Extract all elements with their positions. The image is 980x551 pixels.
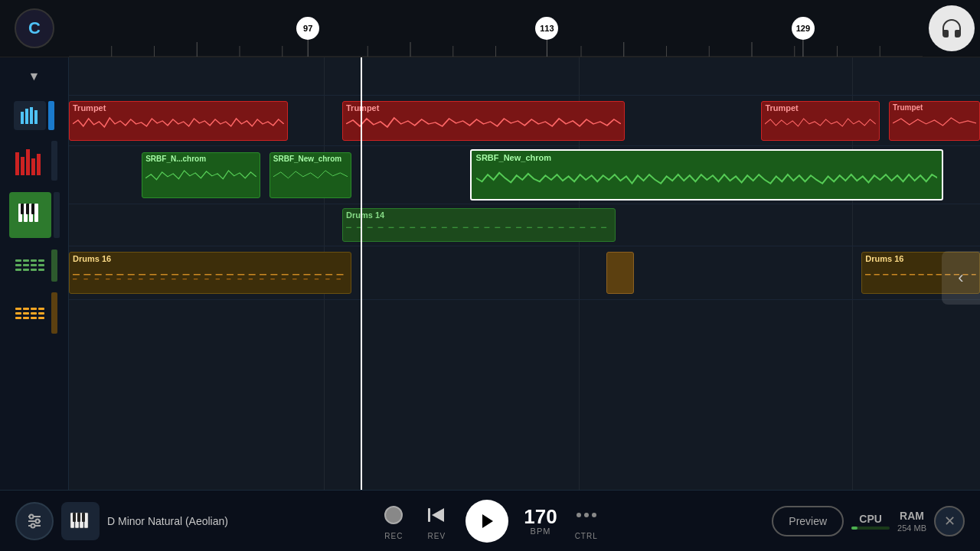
svg-rect-54 xyxy=(82,513,85,522)
drums14-waveform xyxy=(346,220,612,235)
trumpet-clip-3[interactable]: Trumpet xyxy=(761,101,880,141)
trumpet-clip-1[interactable]: Trumpet xyxy=(69,101,288,141)
headphone-area xyxy=(923,0,980,57)
drums16-clip-1-label: Drums 16 xyxy=(73,254,348,263)
main-content: ▼ xyxy=(0,57,980,490)
close-icon: ✕ xyxy=(944,513,956,530)
synth-track-lane[interactable]: SRBF_N...chrom SRBF_New_chrom SRBF_New_c… xyxy=(69,146,980,204)
trumpet-clip-3-label: Trumpet xyxy=(765,103,876,112)
drums14-clip[interactable]: Drums 14 xyxy=(342,208,616,241)
skip-back-icon xyxy=(426,504,447,526)
piano-keys-icon xyxy=(70,512,91,530)
trumpet-clip-4-label: Trumpet xyxy=(893,103,976,112)
piano-button[interactable] xyxy=(61,502,100,540)
play-icon xyxy=(478,512,496,530)
svg-rect-55 xyxy=(428,508,430,522)
synth-track-control[interactable] xyxy=(0,186,68,244)
synth-clip-1[interactable]: SRBF_N...chrom xyxy=(142,152,260,198)
svg-marker-57 xyxy=(482,514,493,528)
synth-side-bar xyxy=(54,192,60,238)
transport-center: REC REV 170 BPM xyxy=(335,500,646,543)
drums14-clip-label: Drums 14 xyxy=(346,210,612,220)
dropdown-arrow-icon: ▼ xyxy=(28,70,41,83)
mixer-accent-bar xyxy=(48,101,54,130)
drums16-clip-2[interactable] xyxy=(606,252,634,294)
rev-label: REV xyxy=(428,532,446,540)
transport-bar: D Minor Natural (Aeolian) REC REV xyxy=(0,490,980,551)
drums14-track-lane[interactable]: Drums 14 xyxy=(69,204,980,246)
trumpet-clip-2[interactable]: Trumpet xyxy=(342,101,625,141)
transport-right: Preview CPU RAM 254 MB ✕ xyxy=(653,506,965,536)
trumpet-waveform-4 xyxy=(893,112,976,135)
svg-rect-24 xyxy=(34,110,38,124)
trumpet-track-control[interactable] xyxy=(0,135,68,186)
svg-rect-23 xyxy=(30,107,33,124)
key-label: D Minor Natural (Aeolian) xyxy=(107,515,228,527)
svg-rect-29 xyxy=(37,154,41,175)
drums16-row-1 xyxy=(15,308,44,310)
synth-clip-1-label: SRBF_N...chrom xyxy=(145,155,256,163)
trumpet-waveform-1 xyxy=(73,112,284,135)
drums14-track-control[interactable] xyxy=(0,244,68,286)
ctrl-icon xyxy=(573,501,600,529)
timeline-ruler[interactable]: // This won't run inside SVG, use inline… xyxy=(69,0,923,57)
ram-value: 254 MB xyxy=(897,523,926,533)
svg-rect-22 xyxy=(25,109,28,124)
drums16-clip-1[interactable]: Drums 16 xyxy=(69,252,351,294)
marker-129[interactable]: 129 xyxy=(792,17,815,40)
track-dropdown[interactable]: ▼ xyxy=(0,57,68,96)
rev-button[interactable]: REV xyxy=(423,501,450,540)
svg-marker-56 xyxy=(432,508,444,522)
scroll-right-button[interactable]: ‹ xyxy=(942,251,980,305)
headphone-button[interactable] xyxy=(929,5,975,51)
drum-row-1 xyxy=(15,259,44,262)
synth-waveform-1 xyxy=(145,163,256,186)
close-button[interactable]: ✕ xyxy=(934,506,965,536)
drums14-side-bar xyxy=(51,249,57,282)
drums14-icon xyxy=(11,249,49,282)
logo-area: C xyxy=(0,0,69,57)
top-bar: C // This won't run inside SVG, use inli… xyxy=(0,0,980,57)
preview-button[interactable]: Preview xyxy=(772,506,844,536)
ctrl-button[interactable]: CTRL xyxy=(573,501,600,540)
drums16-waveform-1 xyxy=(73,263,348,286)
mixer-track-control[interactable] xyxy=(0,96,68,135)
synth-clip-2-label: SRBF_New_chrom xyxy=(273,155,348,163)
synth-waveform-2 xyxy=(273,163,348,186)
trumpet-clip-4[interactable]: Trumpet xyxy=(889,101,980,141)
mixer-settings-button[interactable] xyxy=(15,502,54,540)
svg-rect-26 xyxy=(21,157,24,175)
svg-rect-36 xyxy=(31,204,34,214)
piano-icon xyxy=(17,202,43,228)
drums16-icon xyxy=(11,292,49,334)
marker-97[interactable]: 97 xyxy=(296,17,319,40)
drum-row-3 xyxy=(15,269,44,271)
bpm-label: BPM xyxy=(531,527,551,536)
synth-waveform-3 xyxy=(476,162,938,189)
synth-icon xyxy=(9,192,51,238)
three-dots-icon xyxy=(577,513,596,517)
logo-button[interactable]: C xyxy=(15,8,54,48)
rec-button[interactable]: REC xyxy=(380,501,407,540)
rev-icon xyxy=(423,501,450,529)
synth-clip-3-selected[interactable]: SRBF_New_chrom xyxy=(470,149,944,201)
bpm-display[interactable]: 170 BPM xyxy=(524,507,557,536)
drums16-track-lane[interactable]: Drums 16 Drums 16 xyxy=(69,246,980,300)
sliders-icon xyxy=(25,512,44,530)
drums16-track-control[interactable] xyxy=(0,286,68,340)
trumpet-icon xyxy=(15,145,45,177)
cpu-label: CPU xyxy=(859,513,882,525)
trumpet-track-lane[interactable]: Trumpet Trumpet Trumpet xyxy=(69,96,980,146)
svg-rect-52 xyxy=(73,513,76,522)
synth-clip-2[interactable]: SRBF_New_chrom xyxy=(270,152,351,198)
marker-113[interactable]: 113 xyxy=(535,17,558,40)
track-controls-sidebar: ▼ xyxy=(0,57,69,490)
trumpet-clip-1-label: Trumpet xyxy=(73,103,284,112)
svg-rect-25 xyxy=(15,152,19,175)
play-button[interactable] xyxy=(466,500,508,543)
ram-label: RAM xyxy=(900,510,924,522)
mixer-track-lane xyxy=(69,57,980,96)
svg-rect-21 xyxy=(21,112,24,124)
trumpet-waveform-3 xyxy=(765,112,876,135)
mixer-bars-icon xyxy=(19,106,41,126)
